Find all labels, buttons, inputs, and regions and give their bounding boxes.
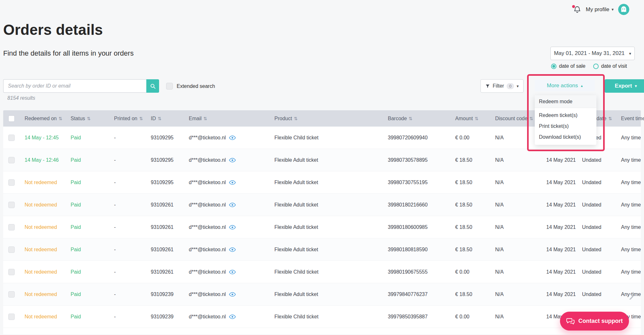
column-header-amount[interactable]: Amount⇅ [455, 116, 495, 121]
menu-item-download-ticket-s[interactable]: Download ticket(s) [535, 132, 596, 143]
row-checkbox[interactable] [8, 135, 15, 141]
cell-barcode: 39980180216660 [388, 202, 455, 208]
cell-value: 14 May - 12:45 [25, 135, 59, 141]
more-actions-button[interactable]: More actions ▴ [535, 80, 595, 91]
eye-icon[interactable] [229, 225, 236, 230]
cell-barcode: 39979840776237 [388, 292, 455, 297]
cell-value: - [114, 180, 116, 185]
select-all-checkbox[interactable] [8, 115, 15, 122]
profile-label: My profile [586, 6, 610, 13]
column-header-product[interactable]: Product⇅ [274, 116, 388, 121]
row-checkbox[interactable] [8, 269, 15, 275]
cell-date: 14 May 2021 [546, 157, 582, 163]
cell-email: d***@ticketoo.nl [189, 202, 274, 208]
radio-selected-icon [551, 64, 556, 69]
column-header-status[interactable]: Status⇅ [71, 116, 114, 121]
eye-icon[interactable] [229, 180, 236, 185]
eye-icon[interactable] [229, 270, 236, 274]
eye-icon[interactable] [229, 136, 236, 140]
row-checkbox[interactable] [8, 202, 15, 208]
menu-item-redeem-mode[interactable]: Redeem mode [535, 95, 596, 108]
search-input[interactable] [3, 79, 146, 93]
row-checkbox[interactable] [8, 157, 15, 163]
cell-product: Flexible Child ticket [274, 135, 388, 141]
cell-status: Paid [71, 157, 114, 163]
cell-value: € 18.50 [455, 224, 472, 230]
eye-icon[interactable] [229, 203, 236, 207]
table-row: Not redeemedPaid-93109261d***@ticketoo.n… [3, 238, 641, 261]
menu-item-print-ticket-s[interactable]: Print ticket(s) [535, 121, 596, 132]
cell-value: - [114, 224, 116, 230]
cell-value: Not redeemed [25, 314, 57, 320]
cell-value: 39980720609940 [388, 135, 428, 141]
cell-redeemed-on: 14 May - 12:46 [25, 157, 71, 163]
contact-support-label: Contact support [579, 318, 623, 324]
radio-date-of-sale[interactable]: date of sale [551, 63, 586, 69]
cell-value: € 0.00 [455, 269, 469, 275]
menu-item-redeem-ticket-s[interactable]: Redeem ticket(s) [535, 110, 596, 121]
cell-discount-code: N/A [495, 202, 546, 208]
cell-email: d***@ticketoo.nl [189, 180, 274, 185]
column-header-label: Amount [455, 116, 473, 121]
row-checkbox[interactable] [8, 291, 15, 298]
row-checkbox[interactable] [8, 179, 15, 186]
table-row: Not redeemedPaid-93109261d***@ticketoo.n… [3, 216, 641, 238]
date-range-selector[interactable]: May 01, 2021 - May 31, 2021 ▾ [550, 47, 635, 60]
cell-value: Flexible Child ticket [274, 135, 318, 141]
column-header-redeemed-on[interactable]: Redeemed on⇅ [25, 116, 71, 121]
cell-value: Any time [621, 224, 641, 230]
eye-icon[interactable] [229, 158, 236, 162]
column-header-id[interactable]: ID⇅ [151, 116, 189, 121]
eye-icon[interactable] [229, 247, 236, 252]
notifications-button[interactable] [573, 5, 581, 14]
sort-icon: ⇅ [475, 116, 479, 121]
cell-value: € 18.50 [455, 180, 472, 185]
cell-id: 93109295 [151, 157, 189, 163]
sort-icon: ⇅ [409, 116, 413, 121]
profile-menu[interactable]: My profile ▾ [586, 6, 614, 13]
cell-value: 14 May 2021 [546, 180, 576, 185]
search-button[interactable] [146, 79, 159, 93]
cell-event-time: Any time [621, 202, 641, 208]
filter-button[interactable]: Filter 0 ▾ [480, 79, 524, 93]
cell-value: € 18.50 [455, 202, 472, 208]
date-mode-radios: date of sale date of visit [551, 63, 635, 69]
column-header-label: Status [71, 116, 85, 121]
cell-event-date: Undated [582, 269, 621, 275]
cell-product: Flexible Adult ticket [274, 292, 388, 297]
column-header-printed-on[interactable]: Printed on⇅ [114, 116, 151, 121]
cell-product: Flexible Adult ticket [274, 157, 388, 163]
cell-printed-on: - [114, 314, 151, 320]
scroll-right-chevron[interactable]: › [629, 287, 634, 303]
cell-value: Paid [71, 314, 81, 320]
row-checkbox[interactable] [8, 224, 15, 230]
cell-status: Paid [71, 247, 114, 253]
column-header-event-time[interactable]: Event time⇅ [621, 116, 641, 121]
column-header-barcode[interactable]: Barcode⇅ [388, 116, 455, 121]
extended-search-label: Extended search [177, 83, 215, 89]
cell-status: Paid [71, 202, 114, 208]
table-body: 14 May - 12:45Paid-93109295d***@ticketoo… [3, 127, 641, 334]
extended-search-checkbox[interactable] [166, 83, 173, 90]
avatar[interactable] [618, 4, 629, 15]
cell-value: N/A [495, 180, 504, 185]
cell-barcode: 39980720609940 [388, 135, 455, 141]
eye-icon[interactable] [229, 315, 236, 319]
cell-value: - [114, 292, 116, 297]
cell-value: Flexible Adult ticket [274, 202, 318, 208]
column-header-email[interactable]: Email⇅ [189, 116, 274, 121]
cell-value: d***@ticketoo.nl [189, 292, 226, 297]
cell-value: N/A [495, 247, 504, 253]
search-icon [150, 83, 156, 89]
header-select-cell [3, 115, 25, 122]
cell-value: 39980180216660 [388, 202, 428, 208]
cell-discount-code: N/A [495, 224, 546, 230]
row-checkbox[interactable] [8, 314, 15, 320]
contact-support-button[interactable]: Contact support [560, 312, 629, 331]
export-button[interactable]: Export ▾ [605, 79, 644, 93]
radio-date-of-visit[interactable]: date of visit [593, 63, 627, 69]
eye-icon[interactable] [229, 292, 236, 297]
cell-product: Flexible Child ticket [274, 269, 388, 275]
row-checkbox[interactable] [8, 246, 15, 253]
cell-value: 39980730578895 [388, 157, 428, 163]
